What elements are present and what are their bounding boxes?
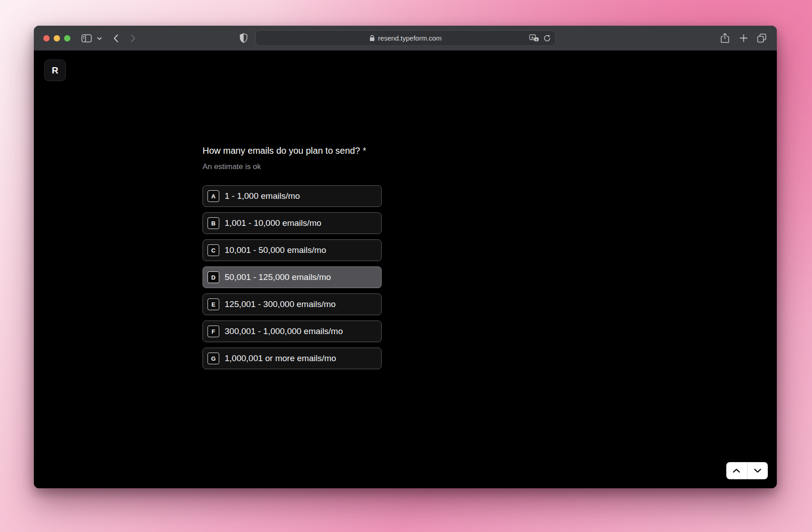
key-badge: F — [208, 326, 219, 337]
question-block: How many emails do you plan to send?* An… — [203, 144, 382, 375]
chevron-down-icon[interactable] — [97, 37, 102, 40]
form-navigation — [726, 462, 768, 479]
logo-letter: R — [52, 65, 58, 76]
shield-icon[interactable] — [240, 33, 248, 43]
reload-icon[interactable] — [544, 34, 551, 42]
minimize-button[interactable] — [54, 35, 60, 41]
tabs-icon[interactable] — [757, 33, 767, 43]
browser-window: resend.typeform.com A a — [34, 26, 777, 488]
url-text: resend.typeform.com — [378, 34, 442, 42]
address-bar[interactable]: resend.typeform.com A a — [255, 30, 556, 46]
lock-icon — [369, 35, 375, 41]
chevron-up-icon — [733, 468, 740, 473]
option-c[interactable]: C 10,001 - 50,000 emails/mo — [203, 239, 382, 261]
key-badge: B — [208, 217, 219, 229]
key-badge: A — [208, 190, 219, 202]
new-tab-icon[interactable] — [739, 34, 748, 42]
option-e[interactable]: E 125,001 - 300,000 emails/mo — [203, 294, 382, 315]
translate-icon[interactable]: A a — [529, 34, 539, 42]
option-label: 50,001 - 125,000 emails/mo — [225, 272, 331, 282]
key-badge: E — [208, 298, 219, 310]
zoom-button[interactable] — [64, 35, 70, 41]
svg-text:a: a — [535, 38, 537, 41]
key-badge: G — [208, 353, 219, 364]
question-subtitle: An estimate is ok — [203, 161, 382, 172]
required-marker: * — [363, 146, 366, 156]
option-label: 1,001 - 10,000 emails/mo — [225, 218, 321, 228]
share-icon[interactable] — [720, 32, 729, 44]
svg-text:A: A — [531, 36, 534, 40]
option-label: 1 - 1,000 emails/mo — [225, 191, 300, 201]
option-g[interactable]: G 1,000,001 or more emails/mo — [203, 348, 382, 369]
key-badge: D — [208, 271, 219, 283]
key-badge: C — [208, 244, 219, 256]
option-label: 125,001 - 300,000 emails/mo — [225, 299, 336, 309]
option-a[interactable]: A 1 - 1,000 emails/mo — [203, 185, 382, 207]
options-list: A 1 - 1,000 emails/mo B 1,001 - 10,000 e… — [203, 185, 382, 369]
desktop-background: resend.typeform.com A a — [0, 0, 812, 532]
close-button[interactable] — [43, 35, 50, 41]
resend-logo: R — [44, 60, 66, 81]
forward-icon — [130, 34, 136, 43]
option-f[interactable]: F 300,001 - 1,000,000 emails/mo — [203, 321, 382, 342]
previous-question-button[interactable] — [726, 462, 747, 479]
option-label: 10,001 - 50,000 emails/mo — [225, 245, 326, 255]
browser-toolbar: resend.typeform.com A a — [34, 26, 777, 50]
question-title: How many emails do you plan to send?* — [203, 144, 382, 157]
option-d[interactable]: D 50,001 - 125,000 emails/mo — [203, 266, 382, 288]
option-label: 1,000,001 or more emails/mo — [225, 353, 336, 363]
chevron-down-icon — [754, 468, 761, 473]
sidebar-icon[interactable] — [81, 34, 92, 43]
back-icon[interactable] — [113, 34, 119, 43]
typeform-page: R How many emails do you plan to send?* … — [34, 50, 777, 488]
option-b[interactable]: B 1,001 - 10,000 emails/mo — [203, 212, 382, 234]
option-label: 300,001 - 1,000,000 emails/mo — [225, 326, 343, 336]
next-question-button[interactable] — [747, 462, 768, 479]
